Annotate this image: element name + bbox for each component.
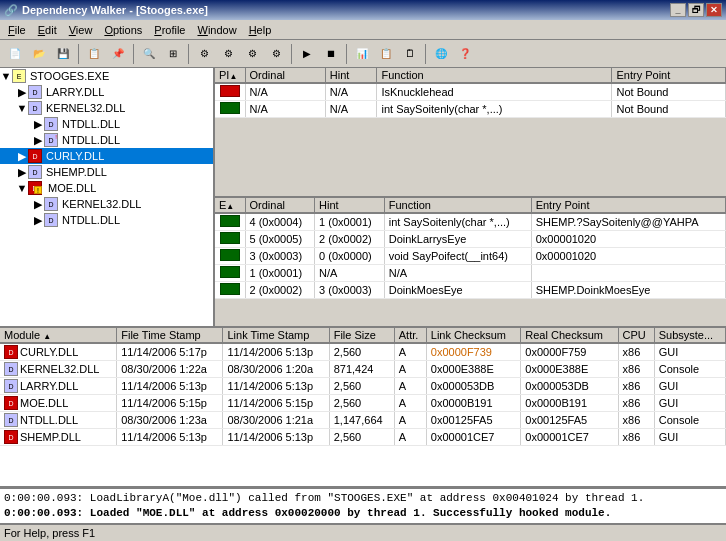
hint-cell: N/A	[315, 265, 385, 282]
toolbar-btn13[interactable]: 🗒	[399, 43, 421, 65]
col-file-ts[interactable]: File Time Stamp	[117, 328, 223, 343]
save-button[interactable]: 💾	[52, 43, 74, 65]
import-row[interactable]: N/A N/A int SaySoitenly(char *,...) Not …	[215, 101, 726, 118]
expand-icon[interactable]: ▶	[32, 118, 44, 131]
toolbar-btn10[interactable]: ⏹	[320, 43, 342, 65]
menu-help[interactable]: Help	[243, 22, 278, 38]
col-hint-bot[interactable]: Hint	[315, 198, 385, 213]
col-size[interactable]: File Size	[329, 328, 394, 343]
export-table-container[interactable]: E▲ Ordinal Hint Function Entry Point 4 (…	[215, 198, 726, 326]
green-flag	[220, 283, 240, 295]
col-real-cs[interactable]: Real Checksum	[521, 328, 618, 343]
menu-view[interactable]: View	[63, 22, 99, 38]
module-name-cell: D CURLY.DLL	[0, 343, 117, 361]
tree-item-shemp[interactable]: ▶ D SHEMP.DLL	[0, 164, 213, 180]
find-button[interactable]: 🔍	[138, 43, 160, 65]
col-hint-top[interactable]: Hint	[325, 68, 377, 83]
import-table-container[interactable]: PI▲ Ordinal Hint Function Entry Point	[215, 68, 726, 198]
restore-button[interactable]: 🗗	[688, 3, 704, 17]
menu-file[interactable]: File	[2, 22, 32, 38]
hint-cell: N/A	[325, 83, 377, 101]
menu-window[interactable]: Window	[191, 22, 242, 38]
col-function-bot[interactable]: Function	[384, 198, 531, 213]
col-attr[interactable]: Attr.	[394, 328, 426, 343]
col-link-ts[interactable]: Link Time Stamp	[223, 328, 329, 343]
function-cell: DoinkLarrysEye	[384, 231, 531, 248]
module-row[interactable]: D CURLY.DLL 11/14/2006 5:17p 11/14/2006 …	[0, 343, 726, 361]
toolbar-sep4	[291, 44, 292, 64]
expand-icon[interactable]: ▶	[32, 134, 44, 147]
export-row[interactable]: 2 (0x0002) 3 (0x0003) DoinkMoesEye SHEMP…	[215, 282, 726, 299]
col-ordinal-top[interactable]: Ordinal	[245, 68, 325, 83]
export-row[interactable]: 5 (0x0005) 2 (0x0002) DoinkLarrysEye 0x0…	[215, 231, 726, 248]
minimize-button[interactable]: _	[670, 3, 686, 17]
toolbar-btn11[interactable]: 📊	[351, 43, 373, 65]
toolbar-btn9[interactable]: ▶	[296, 43, 318, 65]
col-cpu[interactable]: CPU	[618, 328, 654, 343]
module-row[interactable]: D NTDLL.DLL 08/30/2006 1:23a 08/30/2006 …	[0, 412, 726, 429]
close-button[interactable]: ✕	[706, 3, 722, 17]
import-row[interactable]: N/A N/A IsKnucklehead Not Bound	[215, 83, 726, 101]
col-entry-point-bot[interactable]: Entry Point	[531, 198, 725, 213]
expand-icon[interactable]: ▶	[16, 166, 28, 179]
tree-item-moe[interactable]: ▼ D ! MOE.DLL	[0, 180, 213, 196]
copy-button[interactable]: 📋	[83, 43, 105, 65]
main-area: ▼ E STOOGES.EXE ▶ D LARRY.DLL ▼ D KERNEL…	[0, 68, 726, 523]
toolbar-btn7[interactable]: ⚙	[241, 43, 263, 65]
export-row[interactable]: 1 (0x0001) N/A N/A	[215, 265, 726, 282]
size-cell: 871,424	[329, 361, 394, 378]
dll-icon: D	[28, 85, 42, 99]
menu-options[interactable]: Options	[98, 22, 148, 38]
expand-icon[interactable]: ▼	[16, 102, 28, 114]
green-flag	[220, 215, 240, 227]
tree-item-ntdll1[interactable]: ▶ D NTDLL.DLL	[0, 116, 213, 132]
col-ordinal-bot[interactable]: Ordinal	[245, 198, 315, 213]
expand-icon[interactable]: ▶	[16, 150, 28, 163]
menu-profile[interactable]: Profile	[148, 22, 191, 38]
col-link-cs[interactable]: Link Checksum	[426, 328, 521, 343]
new-button[interactable]: 📄	[4, 43, 26, 65]
module-list[interactable]: Module ▲ File Time Stamp Link Time Stamp…	[0, 328, 726, 488]
expand-icon[interactable]: ▶	[32, 198, 44, 211]
module-row[interactable]: D MOE.DLL 11/14/2006 5:15p 11/14/2006 5:…	[0, 395, 726, 412]
tree-item-kernel32[interactable]: ▼ D KERNEL32.DLL	[0, 100, 213, 116]
expand-icon[interactable]: ▼	[0, 70, 12, 82]
toolbar-sep6	[425, 44, 426, 64]
toolbar-btn6[interactable]: ⚙	[217, 43, 239, 65]
tree-panel[interactable]: ▼ E STOOGES.EXE ▶ D LARRY.DLL ▼ D KERNEL…	[0, 68, 215, 326]
module-row[interactable]: D LARRY.DLL 11/14/2006 5:13p 11/14/2006 …	[0, 378, 726, 395]
log-area[interactable]: 0:00:00.093: LoadLibraryA("Moe.dll") cal…	[0, 488, 726, 523]
toolbar-btn12[interactable]: 📋	[375, 43, 397, 65]
expand-icon[interactable]: ▼	[16, 182, 28, 194]
export-table: E▲ Ordinal Hint Function Entry Point 4 (…	[215, 198, 726, 299]
expand-icon[interactable]: ▶	[32, 214, 44, 227]
toolbar-btn8[interactable]: ⚙	[265, 43, 287, 65]
module-row[interactable]: D KERNEL32.DLL 08/30/2006 1:22a 08/30/20…	[0, 361, 726, 378]
tree-item-stooges[interactable]: ▼ E STOOGES.EXE	[0, 68, 213, 84]
toolbar-btn5[interactable]: ⚙	[193, 43, 215, 65]
tree-item-larry[interactable]: ▶ D LARRY.DLL	[0, 84, 213, 100]
col-module[interactable]: Module ▲	[0, 328, 117, 343]
dll-icon: D	[4, 379, 18, 393]
expand-icon[interactable]: ▶	[16, 86, 28, 99]
help-button[interactable]: ❓	[454, 43, 476, 65]
tree-item-curly[interactable]: ▶ D CURLY.DLL	[0, 148, 213, 164]
sort-button[interactable]: ⊞	[162, 43, 184, 65]
paste-button[interactable]: 📌	[107, 43, 129, 65]
col-subsystem[interactable]: Subsyste...	[654, 328, 725, 343]
tree-item-ntdll3[interactable]: ▶ D NTDLL.DLL	[0, 212, 213, 228]
export-row[interactable]: 4 (0x0004) 1 (0x0001) int SaySoitenly(ch…	[215, 213, 726, 231]
dll-warn-icon: D	[4, 345, 18, 359]
toolbar-btn14[interactable]: 🌐	[430, 43, 452, 65]
col-function-top[interactable]: Function	[377, 68, 612, 83]
tree-item-kernel32b[interactable]: ▶ D KERNEL32.DLL	[0, 196, 213, 212]
menu-edit[interactable]: Edit	[32, 22, 63, 38]
tree-item-ntdll2[interactable]: ▶ D! NTDLL.DLL	[0, 132, 213, 148]
open-button[interactable]: 📂	[28, 43, 50, 65]
col-entry-point-top[interactable]: Entry Point	[612, 68, 726, 83]
module-row[interactable]: D SHEMP.DLL 11/14/2006 5:13p 11/14/2006 …	[0, 429, 726, 446]
col-e[interactable]: E▲	[215, 198, 245, 213]
export-row[interactable]: 3 (0x0003) 0 (0x0000) void SayPoifect(__…	[215, 248, 726, 265]
module-name: KERNEL32.DLL	[20, 363, 100, 375]
col-pi[interactable]: PI▲	[215, 68, 245, 83]
